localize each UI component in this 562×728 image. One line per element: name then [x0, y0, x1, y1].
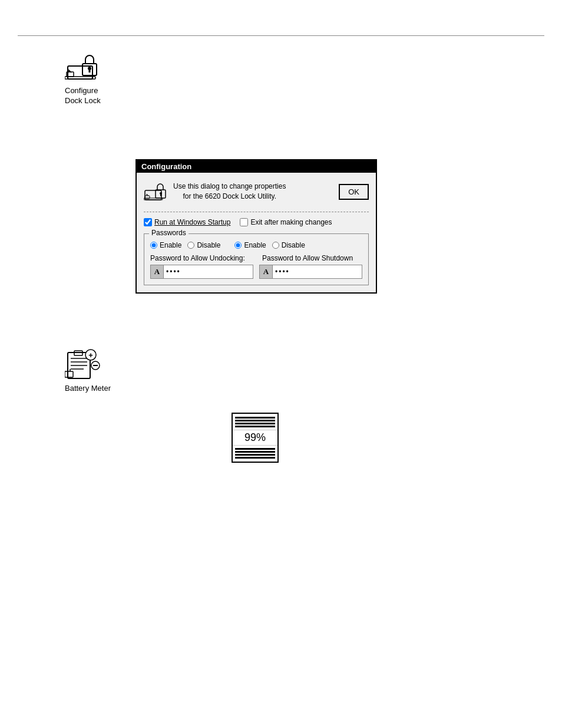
pw-shutdown-icon: A — [260, 265, 273, 278]
disable-radio-2[interactable]: Disable — [272, 241, 305, 249]
disable-label-1: Disable — [197, 241, 220, 249]
battery-lines-bottom — [233, 446, 277, 462]
battery-meter-label: Battery Meter — [65, 384, 111, 393]
dock-lock-icon — [65, 47, 100, 83]
radio-group-shutdown: Enable Disable — [234, 241, 305, 249]
run-at-startup-checkbox-item[interactable]: Run at Windows Startup — [144, 218, 230, 226]
pw-shutdown-input-wrap: A — [259, 265, 362, 279]
battery-line-5 — [235, 448, 275, 450]
battery-line-3 — [235, 423, 275, 424]
passwords-radio-row: Enable Disable Enable Disable — [150, 241, 362, 249]
pw-undocking-icon: A — [151, 265, 164, 278]
svg-rect-4 — [89, 69, 91, 73]
enable-label-2: Enable — [244, 241, 266, 249]
svg-rect-10 — [160, 194, 161, 196]
startup-row: Run at Windows Startup Exit after making… — [144, 218, 369, 226]
dialog-header: Use this dialog to change properties for… — [144, 180, 369, 203]
battery-line-4 — [235, 426, 275, 427]
exit-after-changes-checkbox-item[interactable]: Exit after making changes — [240, 218, 332, 226]
disable-label-2: Disable — [282, 241, 305, 249]
battery-line-8 — [235, 457, 275, 459]
dialog-titlebar: Configuration — [137, 160, 376, 173]
exit-after-changes-checkbox[interactable] — [240, 218, 248, 226]
battery-line-7 — [235, 454, 275, 456]
run-at-startup-label: Run at Windows Startup — [154, 218, 230, 226]
passwords-input-row: A A — [150, 265, 362, 279]
pw-shutdown-input[interactable] — [273, 268, 362, 276]
dialog-divider — [144, 212, 369, 212]
top-divider — [18, 35, 544, 36]
battery-line-2 — [235, 420, 275, 421]
battery-meter-icon: + — [65, 348, 103, 380]
passwords-legend: Passwords — [149, 229, 189, 237]
battery-percent: 99% — [233, 430, 277, 446]
disable-radio-2-input[interactable] — [272, 242, 279, 249]
config-small-icon — [144, 180, 167, 203]
pw-undocking-input-wrap: A — [150, 265, 253, 279]
pw-shutdown-label: Password to Allow Shutdown — [262, 254, 353, 262]
battery-line-6 — [235, 451, 275, 453]
svg-text:+: + — [88, 351, 93, 360]
disable-radio-1-input[interactable] — [187, 242, 194, 249]
passwords-group: Passwords Enable Disable Ena — [144, 233, 369, 285]
enable-radio-2-input[interactable] — [234, 242, 242, 249]
configuration-dialog: Configuration Use this dialog to change … — [135, 159, 377, 294]
configure-dock-lock-section: Configure Dock Lock — [65, 47, 101, 106]
battery-display: 99% — [232, 413, 279, 463]
battery-meter-section: + Battery Meter — [65, 348, 111, 393]
pw-undocking-input[interactable] — [164, 268, 253, 276]
pw-undocking-label: Password to Allow Undocking: — [150, 254, 262, 262]
battery-line-1 — [235, 417, 275, 419]
enable-label-1: Enable — [160, 241, 181, 249]
configure-dock-lock-label: Configure Dock Lock — [65, 86, 101, 106]
enable-radio-1-input[interactable] — [150, 242, 157, 249]
dialog-title: Configuration — [141, 162, 191, 171]
svg-rect-20 — [65, 371, 73, 377]
passwords-label-row: Password to Allow Undocking: Password to… — [150, 254, 362, 262]
disable-radio-1[interactable]: Disable — [187, 241, 220, 249]
battery-lines-top — [233, 414, 277, 430]
config-description: Use this dialog to change properties for… — [173, 182, 286, 202]
exit-after-changes-label: Exit after making changes — [250, 218, 332, 226]
enable-radio-1[interactable]: Enable — [150, 241, 181, 249]
run-at-startup-checkbox[interactable] — [144, 218, 152, 226]
ok-button[interactable]: OK — [339, 184, 369, 200]
enable-radio-2[interactable]: Enable — [234, 241, 266, 249]
radio-group-undocking: Enable Disable — [150, 241, 220, 249]
